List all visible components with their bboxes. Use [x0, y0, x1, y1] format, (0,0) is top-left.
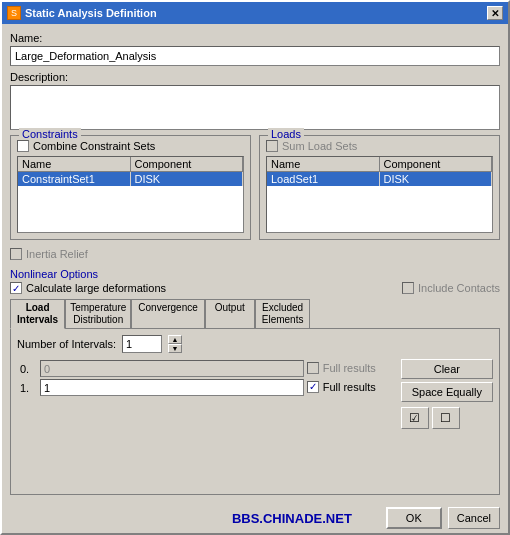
- full-results-check-0: [307, 362, 319, 374]
- num-intervals-input[interactable]: [122, 335, 162, 353]
- full-results-label-0: Full results: [323, 362, 376, 374]
- combine-constraint-checkbox[interactable]: [17, 140, 29, 152]
- interval-index-0: 0.: [17, 359, 37, 378]
- inertia-row: Inertia Relief: [10, 248, 500, 260]
- tab-content-load-intervals: Number of Intervals: ▲ ▼ 0.: [10, 328, 500, 495]
- table-row[interactable]: ConstraintSet1 DISK: [18, 172, 243, 186]
- table-row: 0.: [17, 359, 307, 378]
- close-button[interactable]: ✕: [487, 6, 503, 20]
- check-icon-button[interactable]: ☑: [401, 407, 429, 429]
- full-results-row-0: Full results: [307, 359, 397, 376]
- ok-button[interactable]: OK: [386, 507, 442, 529]
- full-results-check-1[interactable]: ✓: [307, 381, 319, 393]
- nonlinear-section: Nonlinear Options ✓ Calculate large defo…: [10, 265, 500, 294]
- tab-output[interactable]: Output: [205, 299, 255, 328]
- load-name-cell: LoadSet1: [267, 172, 380, 186]
- loads-col-name: Name: [267, 157, 380, 171]
- inertia-checkbox: [10, 248, 22, 260]
- name-field-row: Name:: [10, 32, 500, 66]
- loads-table-header: Name Component: [267, 157, 492, 172]
- description-label: Description:: [10, 71, 500, 83]
- nonlinear-label: Nonlinear Options: [10, 268, 500, 280]
- constraints-title: Constraints: [19, 128, 81, 140]
- constraint-name-cell: ConstraintSet1: [18, 172, 131, 186]
- constraints-col-component: Component: [131, 157, 244, 171]
- spinner-arrows: ▲ ▼: [168, 335, 182, 353]
- interval-value-cell-0[interactable]: [37, 359, 307, 378]
- description-field-row: Description:: [10, 71, 500, 130]
- loads-table: Name Component LoadSet1 DISK: [266, 156, 493, 233]
- constraints-table-body: ConstraintSet1 DISK: [18, 172, 243, 232]
- intervals-left: 0. 1.: [17, 359, 307, 401]
- tab-temperature[interactable]: TemperatureDistribution: [65, 299, 131, 328]
- combine-constraint-row[interactable]: Combine Constraint Sets: [17, 140, 244, 152]
- tabs-row: LoadIntervals TemperatureDistribution Co…: [10, 299, 500, 328]
- large-deform-checkbox[interactable]: ✓: [10, 282, 22, 294]
- icon-buttons-row: ☑ ☐: [401, 407, 493, 429]
- sum-loads-row: Sum Load Sets: [266, 140, 493, 152]
- full-results-row-1[interactable]: ✓ Full results: [307, 378, 397, 395]
- constraints-group: Constraints Combine Constraint Sets Name…: [10, 135, 251, 240]
- title-bar-left: S Static Analysis Definition: [7, 6, 157, 20]
- num-intervals-label: Number of Intervals:: [17, 338, 116, 350]
- main-window: S Static Analysis Definition ✕ Name: Des…: [0, 0, 510, 535]
- window-title: Static Analysis Definition: [25, 7, 157, 19]
- name-input[interactable]: [10, 46, 500, 66]
- table-row: 1.: [17, 378, 307, 397]
- tabs-section: LoadIntervals TemperatureDistribution Co…: [10, 299, 500, 495]
- loads-title: Loads: [268, 128, 304, 140]
- bottom-buttons: OK Cancel: [386, 507, 500, 529]
- tab-load-intervals[interactable]: LoadIntervals: [10, 299, 65, 329]
- nonlinear-options-row: ✓ Calculate large deformations Include C…: [10, 282, 500, 294]
- include-contacts-label: Include Contacts: [418, 282, 500, 294]
- loads-group: Loads Sum Load Sets Name Component LoadS…: [259, 135, 500, 240]
- watermark: BBS.CHINADE.NET: [198, 511, 386, 526]
- spinner-up[interactable]: ▲: [168, 335, 182, 344]
- uncheck-icon-button[interactable]: ☐: [432, 407, 460, 429]
- space-equally-button[interactable]: Space Equally: [401, 382, 493, 402]
- form-content: Name: Description: Constraints Combine C…: [2, 24, 508, 503]
- intervals-table: 0. 1.: [17, 359, 307, 397]
- include-contacts-checkbox: [402, 282, 414, 294]
- interval-index-1: 1.: [17, 378, 37, 397]
- loads-table-body: LoadSet1 DISK: [267, 172, 492, 232]
- constraint-component-cell: DISK: [131, 172, 244, 186]
- title-bar: S Static Analysis Definition ✕: [2, 2, 508, 24]
- description-input[interactable]: [10, 85, 500, 130]
- combine-constraint-label: Combine Constraint Sets: [33, 140, 155, 152]
- right-buttons: Clear Space Equally ☑ ☐: [401, 359, 493, 429]
- interval-value-cell-1[interactable]: [37, 378, 307, 397]
- inertia-label: Inertia Relief: [26, 248, 88, 260]
- sum-loads-label: Sum Load Sets: [282, 140, 357, 152]
- name-label: Name:: [10, 32, 500, 44]
- tab-excluded[interactable]: ExcludedElements: [255, 299, 311, 328]
- large-deform-label: Calculate large deformations: [26, 282, 166, 294]
- table-row[interactable]: LoadSet1 DISK: [267, 172, 492, 186]
- large-deform-row[interactable]: ✓ Calculate large deformations: [10, 282, 166, 294]
- clear-button[interactable]: Clear: [401, 359, 493, 379]
- cancel-button[interactable]: Cancel: [448, 507, 500, 529]
- interval-input-0[interactable]: [40, 360, 304, 377]
- constraints-table: Name Component ConstraintSet1 DISK: [17, 156, 244, 233]
- interval-input-1[interactable]: [40, 379, 304, 396]
- intervals-count-row: Number of Intervals: ▲ ▼: [17, 335, 493, 353]
- full-results-col: Full results ✓ Full results: [307, 359, 397, 395]
- sum-loads-checkbox: [266, 140, 278, 152]
- intervals-area: 0. 1.: [17, 359, 493, 429]
- panels-row: Constraints Combine Constraint Sets Name…: [10, 135, 500, 240]
- tab-convergence[interactable]: Convergence: [131, 299, 204, 328]
- load-component-cell: DISK: [380, 172, 493, 186]
- bottom-bar: BBS.CHINADE.NET OK Cancel: [2, 503, 508, 533]
- full-results-label-1: Full results: [323, 381, 376, 393]
- include-contacts-row: Include Contacts: [402, 282, 500, 294]
- loads-col-component: Component: [380, 157, 493, 171]
- window-icon: S: [7, 6, 21, 20]
- spinner-down[interactable]: ▼: [168, 344, 182, 353]
- constraints-table-header: Name Component: [18, 157, 243, 172]
- constraints-col-name: Name: [18, 157, 131, 171]
